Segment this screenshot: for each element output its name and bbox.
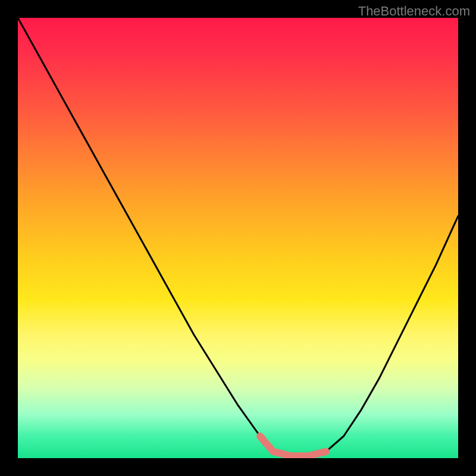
chart-container: TheBottleneck.com — [0, 0, 476, 476]
highlight-segment — [260, 436, 326, 456]
bottleneck-curve-line — [18, 18, 458, 456]
watermark-text: TheBottleneck.com — [358, 4, 470, 19]
plot-area — [18, 18, 458, 458]
curve-svg — [18, 18, 458, 458]
